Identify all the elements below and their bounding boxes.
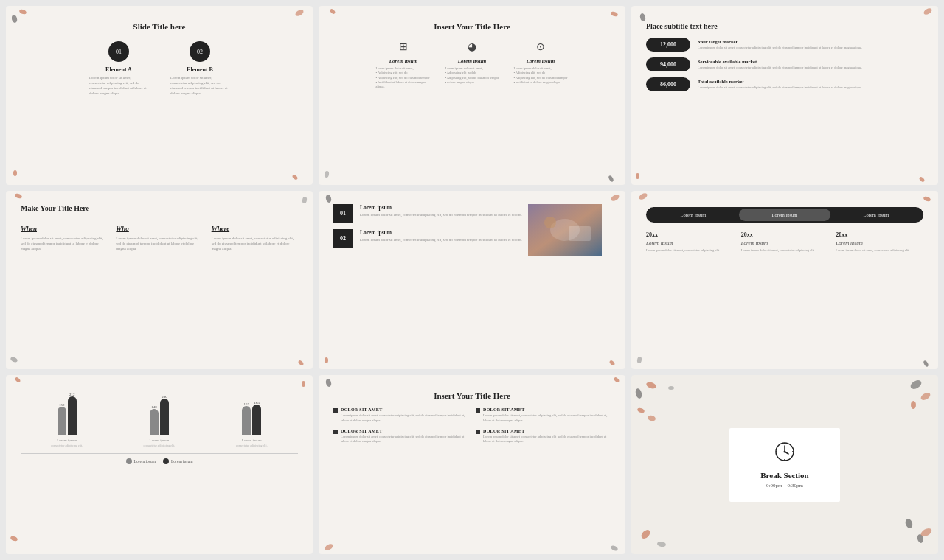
year-sub-1: Lorem ipsum bbox=[646, 240, 734, 246]
bullet-desc-1-2: Lorem ipsum dolor sit amet, consectetur … bbox=[341, 435, 468, 444]
year-desc-3: Lorem ipsum dolor sit amet, consectetur … bbox=[836, 248, 923, 253]
slide5-photo bbox=[528, 204, 602, 256]
item2-title: Lorem ipsum bbox=[360, 229, 522, 236]
element-a-label: Element A bbox=[105, 66, 132, 73]
svg-rect-4 bbox=[569, 226, 591, 241]
slide-5: 01 Lorem ipsum Lorem ipsum dolor sit ame… bbox=[319, 191, 625, 370]
bar-2b bbox=[160, 399, 169, 435]
bullet-col-2: DOLOR SIT AMET Lorem ipsum dolor sit ame… bbox=[476, 407, 611, 449]
slide1-title: Slide Title here bbox=[21, 22, 298, 31]
legend-label-2: Lorem ipsum bbox=[171, 459, 192, 463]
market-row-3: 86,000 Total available market Lorem ipsu… bbox=[646, 77, 923, 91]
year-col-1: 20xx Lorem ipsum Lorem ipsum dolor sit a… bbox=[646, 231, 734, 253]
slide4-col3: Where Lorem ipsum dolor sit amet, consec… bbox=[212, 225, 298, 251]
element-b-num: 02 bbox=[190, 41, 210, 62]
bullet-1-2: DOLOR SIT AMET Lorem ipsum dolor sit ame… bbox=[333, 429, 468, 444]
bar-group-3: 155 165 Lorem ipsum consectetur adipisci… bbox=[236, 401, 268, 448]
slide2-title: Insert Your Title Here bbox=[333, 22, 611, 31]
slide-4: Make Your Title Here When Lorem ipsum do… bbox=[6, 191, 313, 370]
slide2-icons-row: ⊞ Lorem ipsum Lorem ipsum dolor sit amet… bbox=[333, 38, 611, 89]
svg-point-8 bbox=[784, 450, 786, 452]
slide2-col3-label: Lorem ipsum bbox=[527, 58, 555, 64]
slide-1: Slide Title here 01 Element A Lorem ipsu… bbox=[6, 6, 313, 185]
item1-title: Lorem ipsum bbox=[360, 204, 522, 211]
when-desc: Lorem ipsum dolor sit amet, consectetur … bbox=[21, 236, 107, 251]
target-icon: ⊙ bbox=[532, 38, 549, 55]
bullet-desc-2-1: Lorem ipsum dolor sit amet, consectetur … bbox=[483, 413, 611, 423]
item2-desc: Lorem ipsum dolor sit amet, consectetur … bbox=[360, 237, 522, 242]
when-heading: When bbox=[21, 225, 107, 232]
bullet-sq-2 bbox=[333, 430, 338, 434]
chart-area: 152 212 Lorem ipsum consectetur adipisci… bbox=[21, 388, 298, 447]
market-btn-3: 86,000 bbox=[646, 77, 690, 91]
tab-2: Lorem ipsum bbox=[739, 209, 830, 221]
break-card: Break Section 0:00pm – 0:30pm bbox=[729, 428, 840, 502]
market-label-3: Total available market bbox=[698, 79, 923, 84]
year-desc-1: Lorem ipsum dolor sit amet, consectetur … bbox=[646, 248, 734, 253]
who-heading: Who bbox=[116, 225, 202, 232]
grid-icon: ⊞ bbox=[395, 38, 412, 55]
clock-icon bbox=[747, 441, 822, 466]
break-title: Break Section bbox=[747, 471, 822, 480]
slide2-col3: ⊙ Lorem ipsum Lorem ipsum dolor sit amet… bbox=[513, 38, 569, 89]
slide2-col2-label: Lorem ipsum bbox=[458, 58, 486, 64]
bar-label-1: Lorem ipsum bbox=[57, 438, 77, 442]
slide4-title: Make Your Title Here bbox=[21, 204, 298, 212]
slide6-tabs: Lorem ipsum Lorem ipsum Lorem ipsum bbox=[646, 207, 923, 223]
bar-3b bbox=[252, 405, 261, 435]
bullet-heading-1-2: DOLOR SIT AMET bbox=[341, 429, 468, 433]
market-info-3: Total available market Lorem ipsum dolor… bbox=[698, 79, 923, 90]
bar-1a bbox=[58, 407, 66, 435]
bar-group-1: 152 212 Lorem ipsum consectetur adipisci… bbox=[51, 393, 83, 448]
legend-2: Lorem ipsum bbox=[163, 458, 192, 464]
bar-label-2: Lorem ipsum bbox=[150, 438, 170, 442]
chart-divider bbox=[21, 453, 298, 454]
bar-2a bbox=[150, 409, 159, 435]
legend-label-1: Lorem ipsum bbox=[134, 459, 156, 463]
slide8-title: Insert Your Title Here bbox=[333, 391, 611, 400]
slide4-divider bbox=[21, 220, 298, 220]
market-label-2: Serviceable available market bbox=[698, 59, 923, 64]
slide4-col1: When Lorem ipsum dolor sit amet, consect… bbox=[21, 225, 107, 251]
market-desc-2: Lorem ipsum dolor sit amet, consectetur … bbox=[698, 66, 923, 70]
market-info-1: Your target market Lorem ipsum dolor sit… bbox=[698, 39, 923, 50]
bullet-content-2-2: DOLOR SIT AMET Lorem ipsum dolor sit ame… bbox=[483, 429, 611, 444]
who-desc: Lorem ipsum dolor sit amet, consectetur … bbox=[116, 236, 202, 251]
legend-dot-2 bbox=[163, 458, 169, 464]
year-col-2: 20xx Lorem ipsum Lorem ipsum dolor sit a… bbox=[741, 231, 829, 253]
market-desc-1: Lorem ipsum dolor sit amet, consectetur … bbox=[698, 46, 923, 50]
slide2-col3-desc: Lorem ipsum dolor sit amet,• Adipiscing … bbox=[513, 66, 567, 85]
market-label-1: Your target market bbox=[698, 39, 923, 44]
bullet-col-1: DOLOR SIT AMET Lorem ipsum dolor sit ame… bbox=[333, 407, 468, 449]
year-desc-2: Lorem ipsum dolor sit amet, consectetur … bbox=[741, 248, 829, 253]
bullet-heading-2-2: DOLOR SIT AMET bbox=[483, 429, 611, 433]
element-b-desc: Lorem ipsum dolor sit amet, consectetur … bbox=[170, 75, 229, 96]
slide-3: Place subtitle text here 12,000 Your tar… bbox=[631, 6, 938, 185]
year-label-3: 20xx bbox=[836, 231, 923, 238]
element-a-desc: Lorem ipsum dolor sit amet, consectetur … bbox=[89, 75, 148, 96]
market-info-2: Serviceable available market Lorem ipsum… bbox=[698, 59, 923, 70]
year-label-2: 20xx bbox=[741, 231, 829, 238]
slide8-two-cols: DOLOR SIT AMET Lorem ipsum dolor sit ame… bbox=[333, 407, 611, 449]
slide-2: Insert Your Title Here ⊞ Lorem ipsum Lor… bbox=[319, 6, 625, 185]
element-b-label: Element B bbox=[187, 66, 213, 73]
market-btn-2: 94,000 bbox=[646, 57, 690, 71]
slide2-col1-label: Lorem ipsum bbox=[389, 58, 417, 64]
slide2-col1-desc: Lorem ipsum dolor sit amet,• Adipiscing … bbox=[376, 66, 431, 89]
slide5-inner: 01 Lorem ipsum Lorem ipsum dolor sit ame… bbox=[333, 204, 611, 256]
element-b: 02 Element B Lorem ipsum dolor sit amet,… bbox=[170, 41, 229, 96]
year-sub-2: Lorem ipsum bbox=[741, 240, 829, 246]
market-row-2: 94,000 Serviceable available market Lore… bbox=[646, 57, 923, 71]
bullet-heading-1-1: DOLOR SIT AMET bbox=[341, 407, 468, 412]
market-row-1: 12,000 Your target market Lorem ipsum do… bbox=[646, 38, 923, 52]
legend-dot-1 bbox=[126, 458, 132, 464]
slide4-cols: When Lorem ipsum dolor sit amet, consect… bbox=[21, 225, 298, 251]
bullet-heading-2-1: DOLOR SIT AMET bbox=[483, 407, 611, 412]
bullet-content-1-2: DOLOR SIT AMET Lorem ipsum dolor sit ame… bbox=[341, 429, 468, 444]
legend-1: Lorem ipsum bbox=[126, 458, 156, 464]
item2-content: Lorem ipsum Lorem ipsum dolor sit amet, … bbox=[360, 229, 522, 242]
bar-group-2: 140 200 Lorem ipsum consectetur adipisci… bbox=[144, 395, 176, 448]
bar-3a bbox=[242, 406, 251, 435]
slide5-items: 01 Lorem ipsum Lorem ipsum dolor sit ame… bbox=[333, 204, 522, 256]
item1-num: 01 bbox=[333, 204, 353, 223]
